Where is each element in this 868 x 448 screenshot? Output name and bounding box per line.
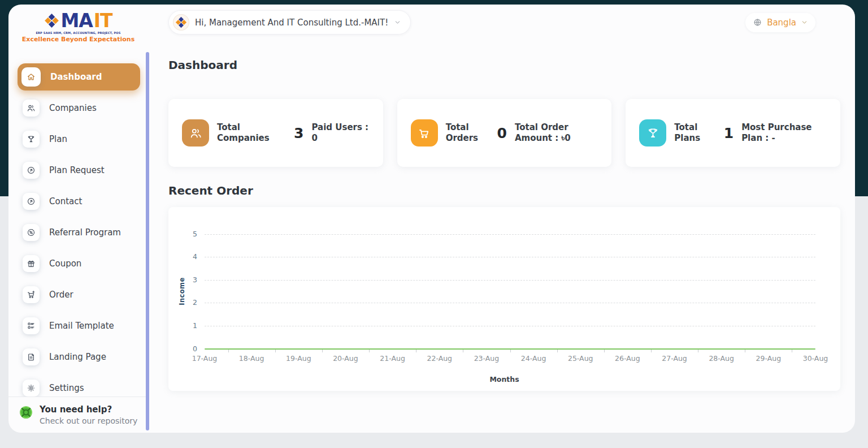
help-title: You need help? xyxy=(40,404,137,416)
x-tick-mark xyxy=(698,350,698,352)
stats-row: Total Companies 3 Paid Users : 0 Total O… xyxy=(168,99,840,167)
sidebar-item-order[interactable]: Order xyxy=(18,281,140,308)
badge-percent-icon xyxy=(23,224,40,241)
y-tick-label: 2 xyxy=(193,298,197,307)
lifebuoy-icon xyxy=(19,405,33,420)
grid-line xyxy=(205,326,815,326)
sidebar-item-plan[interactable]: Plan xyxy=(18,126,140,153)
sidebar-item-label: Coupon xyxy=(49,259,81,269)
stat-value: 0 xyxy=(497,125,507,141)
users-icon xyxy=(182,119,209,147)
sidebar-item-email-template[interactable]: Email Template xyxy=(18,312,140,339)
x-tick-label: 24-Aug xyxy=(521,354,546,363)
language-selector[interactable]: Bangla xyxy=(745,13,815,32)
x-tick-label: 19-Aug xyxy=(286,354,311,363)
sidebar-item-label: Landing Page xyxy=(49,352,106,362)
x-tick-mark xyxy=(228,350,229,352)
app-logo[interactable]: MAIT ERP SAAS HRM, CRM, ACCOUNTING, PROJ… xyxy=(8,5,148,58)
sidebar-item-settings[interactable]: Settings xyxy=(18,374,140,397)
account-dropdown[interactable]: Hi, Management And IT Consulting Ltd.-MA… xyxy=(168,10,411,35)
x-axis-title: Months xyxy=(489,375,519,384)
x-tick-label: 28-Aug xyxy=(709,354,734,363)
stat-extra: Most Purchase Plan : - xyxy=(741,122,827,144)
logo-subtitle: ERP SAAS HRM, CRM, ACCOUNTING, PROJECT, … xyxy=(8,31,148,35)
section-title-recent-order: Recent Order xyxy=(168,184,840,197)
home-icon xyxy=(21,67,41,87)
globe-icon xyxy=(753,18,762,27)
scroll-icon xyxy=(23,348,40,365)
chart-plot: Income 17-Aug18-Aug19-Aug20-Aug21-Aug22-… xyxy=(205,234,815,349)
x-tick-mark xyxy=(463,350,463,352)
x-tick-mark xyxy=(275,350,276,352)
help-subtitle[interactable]: Check out our repository xyxy=(40,416,137,427)
sidebar-scrollbar[interactable] xyxy=(146,52,149,430)
y-axis-title: Income xyxy=(178,277,186,305)
sidebar-item-dashboard[interactable]: Dashboard xyxy=(18,63,140,91)
sidebar-item-label: Plan Request xyxy=(49,165,105,175)
sidebar-item-plan-request[interactable]: Plan Request xyxy=(18,157,140,184)
users-icon xyxy=(23,100,40,117)
stat-value: 3 xyxy=(294,125,303,141)
x-tick-mark xyxy=(651,350,652,352)
cart-icon xyxy=(411,119,438,147)
sidebar: MAIT ERP SAAS HRM, CRM, ACCOUNTING, PROJ… xyxy=(8,5,148,433)
y-tick-label: 0 xyxy=(193,344,197,352)
sidebar-item-referral-program[interactable]: Referral Program xyxy=(18,219,140,246)
help-section[interactable]: You need help? Check out our repository xyxy=(8,397,148,433)
sidebar-item-contact[interactable]: Contact xyxy=(18,188,140,215)
x-tick-label: 26-Aug xyxy=(615,354,640,363)
main-content: Hi, Management And IT Consulting Ltd.-MA… xyxy=(148,5,855,433)
x-tick-mark xyxy=(557,350,558,352)
stat-extra: Paid Users : 0 xyxy=(311,122,369,144)
gift-icon xyxy=(23,255,40,272)
y-tick-label: 4 xyxy=(193,252,197,261)
y-tick-label: 3 xyxy=(193,275,197,284)
y-tick-label: 1 xyxy=(193,321,197,330)
x-tick-mark xyxy=(369,350,370,352)
arrow-up-right-circle-icon xyxy=(23,162,40,179)
grid-line xyxy=(205,280,815,281)
grid-line xyxy=(205,234,815,235)
x-tick-label: 22-Aug xyxy=(427,354,452,363)
sidebar-item-landing-page[interactable]: Landing Page xyxy=(18,343,140,371)
x-tick-label: 27-Aug xyxy=(662,354,687,363)
trophy-icon xyxy=(639,119,666,147)
list-layout-icon xyxy=(23,317,40,334)
app-window: MAIT ERP SAAS HRM, CRM, ACCOUNTING, PROJ… xyxy=(8,5,855,433)
sidebar-item-coupon[interactable]: Coupon xyxy=(18,250,140,277)
x-tick-label: 21-Aug xyxy=(380,354,405,363)
x-tick-label: 17-Aug xyxy=(192,354,218,363)
stat-card-total-orders: Total Orders 0 Total Order Amount : ৳0 xyxy=(397,99,612,167)
grid-line xyxy=(205,257,815,257)
logo-text-secondary: IT xyxy=(94,11,112,30)
x-tick-mark xyxy=(510,350,511,352)
x-tick-label: 29-Aug xyxy=(756,354,782,363)
sidebar-item-companies[interactable]: Companies xyxy=(18,94,140,122)
x-tick-mark xyxy=(416,350,416,352)
x-tick-label: 23-Aug xyxy=(474,354,500,363)
arrow-up-right-circle-icon xyxy=(23,193,40,210)
x-tick-label: 30-Aug xyxy=(803,354,828,363)
stat-card-total-companies: Total Companies 3 Paid Users : 0 xyxy=(168,99,383,167)
x-tick-label: 25-Aug xyxy=(568,354,593,363)
sidebar-nav: Dashboard Companies Plan Plan Request xyxy=(8,58,148,397)
x-tick-mark xyxy=(745,350,745,352)
greeting-text: Hi, Management And IT Consulting Ltd.-MA… xyxy=(195,18,388,28)
logo-tagline: Excellence Beyond Expectations xyxy=(8,36,148,43)
sidebar-item-label: Order xyxy=(49,290,73,300)
x-tick-mark xyxy=(604,350,605,352)
recent-order-chart: Income 17-Aug18-Aug19-Aug20-Aug21-Aug22-… xyxy=(168,207,840,391)
chevron-down-icon xyxy=(394,19,401,26)
sidebar-item-label: Dashboard xyxy=(50,72,102,82)
logo-text-primary: MA xyxy=(60,11,92,30)
chevron-down-icon xyxy=(801,19,808,26)
x-tick-label: 20-Aug xyxy=(333,354,358,363)
cart-plus-icon xyxy=(23,286,40,303)
sidebar-item-label: Settings xyxy=(49,383,84,393)
sidebar-item-label: Companies xyxy=(49,103,97,113)
stat-label: Total Orders xyxy=(446,122,489,144)
page-title: Dashboard xyxy=(168,58,840,72)
language-label: Bangla xyxy=(767,18,796,28)
stat-extra: Total Order Amount : ৳0 xyxy=(515,122,598,144)
stat-card-total-plans: Total Plans 1 Most Purchase Plan : - xyxy=(626,99,840,167)
